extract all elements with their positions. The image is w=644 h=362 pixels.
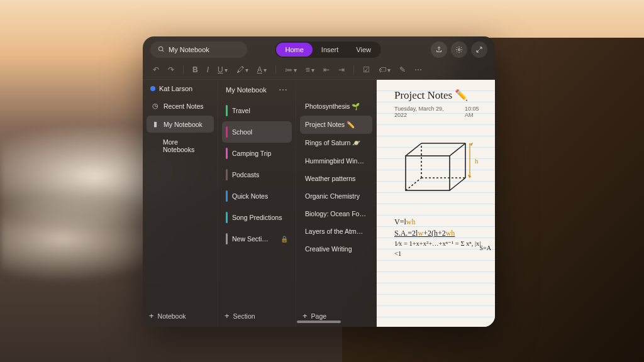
page-item[interactable]: Hummingbird Win…: [300, 152, 372, 170]
sidebar-item-notebook[interactable]: ▮ My Notebook: [147, 116, 214, 133]
bold-button[interactable]: B: [192, 65, 198, 74]
outdent-button[interactable]: ⇤: [323, 65, 330, 74]
formula-side-note: S=A: [480, 244, 491, 251]
redo-button[interactable]: ↷: [168, 65, 174, 74]
add-notebook-button[interactable]: + Notebook: [143, 305, 218, 327]
section-color-swatch: [226, 233, 228, 244]
italic-button[interactable]: I: [207, 65, 209, 74]
section-item[interactable]: School: [222, 121, 292, 143]
page-item[interactable]: Weather patterns: [300, 170, 372, 187]
sections-column: My Notebook ⋯ TravelSchoolCamping TripPo…: [218, 80, 296, 327]
formula-surface-area: S.A.=2lw+2(h+2wh: [394, 228, 486, 239]
section-label: Podcasts: [232, 171, 259, 178]
add-page-button[interactable]: + Page: [296, 305, 376, 327]
note-meta: Tuesday, March 29, 2022 10:05 AM: [394, 106, 486, 118]
underline-button[interactable]: U▾: [218, 65, 228, 74]
svg-point-0: [158, 47, 162, 50]
notebook-title-header: My Notebook ⋯: [218, 80, 296, 100]
content-area: Kat Larson ◷ Recent Notes ▮ My Notebook …: [143, 80, 495, 327]
clock-icon: ◷: [152, 102, 159, 110]
cube-drawing: h: [399, 137, 486, 201]
note-title[interactable]: Project Notes ✏️: [394, 89, 486, 102]
svg-line-9: [406, 178, 421, 190]
page-item[interactable]: Project Notes ✏️: [300, 116, 372, 134]
user-avatar: [150, 86, 155, 91]
add-section-label: Section: [233, 312, 255, 320]
user-header[interactable]: Kat Larson: [143, 80, 218, 97]
notebook-title: My Notebook: [226, 86, 267, 94]
pages-list: Photosynthesis 🌱Project Notes ✏️Rings of…: [296, 97, 376, 305]
tag-button[interactable]: 🏷▾: [379, 65, 391, 74]
bullet-list-button[interactable]: ≔▾: [285, 65, 297, 74]
page-item[interactable]: Creative Writing: [300, 240, 372, 258]
section-item[interactable]: Camping Trip: [222, 143, 292, 164]
svg-line-4: [406, 143, 421, 156]
page-item[interactable]: Layers of the Atm…: [300, 222, 372, 240]
sidebar-item-label: Recent Notes: [164, 102, 204, 110]
search-box[interactable]: [150, 41, 247, 58]
section-item[interactable]: New Secti…🔒: [222, 228, 292, 250]
settings-button[interactable]: [451, 41, 467, 58]
formula-series: 1⁄x = 1+x+x²+…+xⁿ⁻¹ = Σ xⁿ, |x|<1: [394, 239, 486, 259]
expand-button[interactable]: [471, 41, 487, 58]
svg-line-1: [162, 50, 164, 51]
share-button[interactable]: [431, 41, 447, 58]
checkbox-button[interactable]: ☑: [363, 65, 370, 74]
svg-point-2: [458, 49, 460, 51]
sidebar-item-more[interactable]: More Notebooks: [147, 134, 214, 158]
more-tools-button[interactable]: ⋯: [414, 65, 422, 74]
search-input[interactable]: [169, 46, 255, 53]
numbered-list-button[interactable]: ≡▾: [306, 65, 314, 74]
home-indicator: [297, 321, 341, 323]
note-formulas: V=lwh S.A.=2lw+2(h+2wh 1⁄x = 1+x+x²+…+xⁿ…: [394, 216, 486, 259]
plus-icon: +: [149, 311, 154, 321]
plus-icon: +: [225, 311, 230, 321]
plus-icon: +: [303, 311, 308, 321]
undo-button[interactable]: ↶: [153, 65, 159, 74]
notebook-more-button[interactable]: ⋯: [279, 85, 288, 95]
add-page-label: Page: [311, 312, 327, 320]
section-label: New Secti…: [232, 235, 269, 243]
highlight-button[interactable]: 🖍▾: [236, 65, 248, 74]
font-color-button[interactable]: A▾: [257, 65, 267, 74]
cube-height-label: h: [475, 157, 479, 165]
section-label: Song Predictions: [232, 214, 282, 221]
search-icon: [158, 46, 165, 54]
section-item[interactable]: Podcasts: [222, 164, 292, 185]
section-label: School: [232, 128, 252, 136]
sidebar-item-label: More Notebooks: [163, 138, 209, 153]
sidebar-item-label: My Notebook: [164, 121, 203, 128]
add-notebook-label: Notebook: [158, 312, 186, 320]
section-item[interactable]: Travel: [222, 100, 292, 121]
draw-button[interactable]: ✎: [399, 65, 406, 74]
titlebar: Home Insert View: [143, 36, 495, 63]
user-name: Kat Larson: [159, 85, 192, 92]
sidebar-item-recent[interactable]: ◷ Recent Notes: [147, 97, 214, 114]
page-item[interactable]: Organic Chemistry: [300, 187, 372, 205]
add-section-button[interactable]: + Section: [218, 305, 296, 327]
notebooks-column: Kat Larson ◷ Recent Notes ▮ My Notebook …: [143, 80, 218, 327]
notebook-icon: ▮: [152, 120, 159, 128]
section-color-swatch: [226, 190, 228, 202]
section-item[interactable]: Quick Notes: [222, 185, 292, 207]
note-date: Tuesday, March 29, 2022: [394, 106, 451, 118]
tab-home[interactable]: Home: [276, 43, 312, 57]
section-color-swatch: [226, 126, 228, 138]
tab-view[interactable]: View: [347, 43, 380, 57]
note-canvas[interactable]: Project Notes ✏️ Tuesday, March 29, 2022…: [377, 80, 495, 327]
indent-button[interactable]: ⇥: [338, 65, 345, 74]
page-item[interactable]: Photosynthesis 🌱: [300, 97, 372, 116]
formula-volume: V=lwh: [394, 216, 486, 228]
page-item[interactable]: Rings of Saturn 🪐: [300, 134, 372, 152]
section-color-swatch: [226, 169, 228, 180]
section-label: Travel: [232, 107, 250, 114]
section-color-swatch: [226, 148, 228, 159]
ribbon-tabs: Home Insert View: [275, 41, 381, 58]
section-color-swatch: [226, 212, 228, 223]
notebooks-list: ◷ Recent Notes ▮ My Notebook More Notebo…: [143, 97, 218, 305]
tab-insert[interactable]: Insert: [313, 43, 348, 57]
page-item[interactable]: Biology: Ocean Fo…: [300, 205, 372, 222]
title-actions: [431, 41, 487, 58]
section-item[interactable]: Song Predictions: [222, 207, 292, 228]
svg-line-5: [450, 143, 465, 156]
